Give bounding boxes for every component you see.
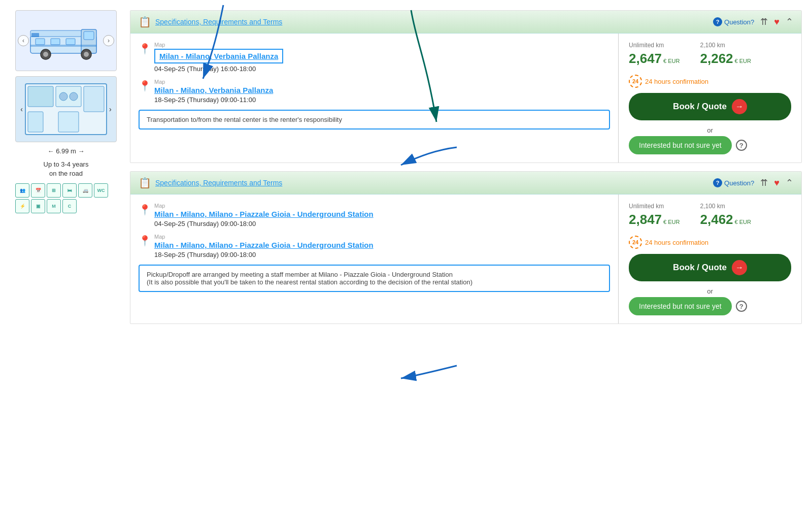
book-arrow-1: →	[732, 99, 747, 114]
svg-rect-5	[66, 39, 75, 45]
dropoff-location-name-1[interactable]: Milan - Milano, Verbania Pallanza	[154, 86, 273, 94]
unlimited-price-block-2: Unlimited km 2,847€ EUR	[629, 203, 680, 228]
card-1-right: Unlimited km 2,647€ EUR 2,100 km 2,262€ …	[619, 34, 801, 163]
dropoff-location-name-2[interactable]: Milan - Milano, Milano - Piazzale Gioia …	[154, 241, 374, 249]
km2100-price-2: 2,462€ EUR	[700, 212, 751, 228]
info-circle-2[interactable]: ?	[736, 301, 747, 312]
question-circle-1: ?	[713, 17, 722, 26]
svg-rect-4	[51, 39, 60, 45]
feature-icon-power: ⚡	[15, 199, 29, 213]
km2100-price-block-1: 2,100 km 2,262€ EUR	[700, 42, 751, 67]
svg-rect-12	[31, 33, 39, 37]
km2100-price-block-2: 2,100 km 2,462€ EUR	[700, 203, 751, 228]
question-button-1[interactable]: ? Question?	[713, 17, 754, 26]
or-text-1: or	[707, 126, 713, 134]
pickup-location-name-2[interactable]: Milan - Milano, Milano - Piazzale Gioia …	[154, 210, 374, 218]
svg-rect-3	[36, 39, 45, 45]
specs-link-2[interactable]: Specifications, Requirements and Terms	[155, 179, 282, 187]
feature-icons-container: 👥 📅 ⊞ 🛏 🚐 WC ⚡ ▣ M C	[15, 183, 117, 213]
km2100-label-1: 2,100 km	[700, 42, 751, 49]
card-1-header-right: ? Question? ⇈ ♥ ⌃	[713, 16, 793, 27]
pickup-info-1: Map Milan - Milano, Verbania Pallanza 04…	[154, 42, 283, 73]
unlimited-price-2: 2,847€ EUR	[629, 212, 680, 228]
pricing-row-2: Unlimited km 2,847€ EUR 2,100 km 2,462€ …	[629, 203, 791, 228]
photo-prev-arrow[interactable]: ‹	[18, 35, 29, 46]
share-icon-2[interactable]: ⇈	[760, 177, 768, 188]
heart-icon-2[interactable]: ♥	[774, 178, 780, 188]
svg-rect-16	[28, 112, 43, 132]
collapse-icon-1[interactable]: ⌃	[786, 16, 793, 27]
card-1-header-left: 📋 Specifications, Requirements and Terms	[139, 16, 282, 28]
feature-icon-box: ▣	[31, 199, 45, 213]
book-button-2[interactable]: Book / Quote →	[629, 254, 791, 281]
pricing-row-1: Unlimited km 2,647€ EUR 2,100 km 2,262€ …	[629, 42, 791, 67]
card-2-left: 📍 Map Milan - Milano, Milano - Piazzale …	[130, 194, 619, 323]
notice-box-1: Transportation to/from the rental center…	[139, 110, 610, 129]
feature-icon-people: 👥	[15, 183, 29, 198]
or-text-2: or	[707, 287, 713, 295]
feature-icon-m: M	[47, 199, 61, 213]
doc-icon-1: 📋	[139, 16, 151, 28]
feature-icon-bed: 🛏	[62, 183, 77, 198]
dropoff-datetime-1: 18-Sep-25 (Thursday) 09:00-11:00	[154, 96, 273, 104]
svg-point-10	[84, 52, 89, 57]
share-icon-1[interactable]: ⇈	[760, 16, 768, 27]
unlimited-price-1: 2,647€ EUR	[629, 51, 680, 67]
pickup-pin-1: 📍	[139, 43, 151, 55]
feature-icon-grid: ⊞	[47, 183, 61, 198]
card-2-header: 📋 Specifications, Requirements and Terms…	[130, 172, 801, 194]
card-2-header-left: 📋 Specifications, Requirements and Terms	[139, 177, 282, 189]
card-1-body: 📍 Map Milan - Milano, Verbania Pallanza …	[130, 34, 801, 163]
dropoff-map-label-1: Map	[154, 79, 273, 85]
dropoff-info-2: Map Milan - Milano, Milano - Piazzale Gi…	[154, 234, 374, 258]
book-button-1[interactable]: Book / Quote →	[629, 93, 791, 120]
pickup-location-name-1[interactable]: Milan - Milano, Verbania Pallanza	[154, 49, 283, 63]
km2100-price-1: 2,262€ EUR	[700, 51, 751, 67]
pickup-block-2: 📍 Map Milan - Milano, Milano - Piazzale …	[139, 203, 610, 228]
dropoff-pin-1: 📍	[139, 80, 151, 92]
floorplan-image	[23, 81, 109, 137]
svg-rect-17	[58, 112, 79, 132]
interested-button-2[interactable]: Interested but not sure yet	[629, 297, 732, 315]
floorplan-next-arrow[interactable]: ›	[109, 105, 112, 113]
floorplan-photo: ‹ ›	[15, 76, 117, 142]
dropoff-datetime-2: 18-Sep-25 (Thursday) 09:00-18:00	[154, 251, 374, 258]
dropoff-info-1: Map Milan - Milano, Verbania Pallanza 18…	[154, 79, 273, 104]
svg-rect-11	[30, 45, 96, 47]
feature-icon-c: C	[62, 199, 77, 213]
feature-icon-calendar: 📅	[31, 183, 45, 198]
svg-rect-14	[84, 86, 104, 112]
heart-icon-1[interactable]: ♥	[774, 17, 780, 27]
pickup-datetime-2: 04-Sep-25 (Thursday) 09:00-18:00	[154, 220, 374, 228]
book-arrow-2: →	[732, 260, 747, 275]
card-2-body: 📍 Map Milan - Milano, Milano - Piazzale …	[130, 194, 801, 323]
feature-icon-vehicle: 🚐	[78, 183, 92, 198]
listing-card-2: 📋 Specifications, Requirements and Terms…	[130, 171, 802, 324]
info-circle-1[interactable]: ?	[736, 140, 747, 151]
confirmation-badge-2: 24 24 hours confirmation	[629, 236, 708, 249]
listing-card-1: 📋 Specifications, Requirements and Terms…	[130, 10, 802, 163]
sidebar: ‹	[10, 10, 122, 509]
vehicle-length: ← 6.99 m →	[48, 147, 85, 155]
vehicle-photo: ‹	[15, 10, 117, 71]
doc-icon-2: 📋	[139, 177, 151, 189]
dropoff-block-2: 📍 Map Milan - Milano, Milano - Piazzale …	[139, 234, 610, 258]
pickup-block-1: 📍 Map Milan - Milano, Verbania Pallanza …	[139, 42, 610, 73]
badge-circle-1: 24	[629, 75, 642, 88]
svg-point-20	[70, 92, 78, 101]
main-content: 📋 Specifications, Requirements and Terms…	[130, 10, 802, 509]
collapse-icon-2[interactable]: ⌃	[786, 177, 793, 188]
card-1-left: 📍 Map Milan - Milano, Verbania Pallanza …	[130, 34, 619, 163]
svg-rect-2	[84, 31, 94, 40]
card-1-header: 📋 Specifications, Requirements and Terms…	[130, 11, 801, 34]
specs-link-1[interactable]: Specifications, Requirements and Terms	[155, 18, 282, 26]
pickup-pin-2: 📍	[139, 204, 151, 216]
pickup-datetime-1: 04-Sep-25 (Thursday) 16:00-18:00	[154, 65, 283, 73]
interested-button-1[interactable]: Interested but not sure yet	[629, 136, 732, 154]
card-2-header-right: ? Question? ⇈ ♥ ⌃	[713, 177, 793, 188]
pickup-map-label-2: Map	[154, 203, 374, 209]
unlimited-label-1: Unlimited km	[629, 42, 680, 49]
photo-next-arrow[interactable]: ›	[103, 35, 114, 46]
question-circle-2: ?	[713, 178, 722, 187]
question-button-2[interactable]: ? Question?	[713, 178, 754, 187]
